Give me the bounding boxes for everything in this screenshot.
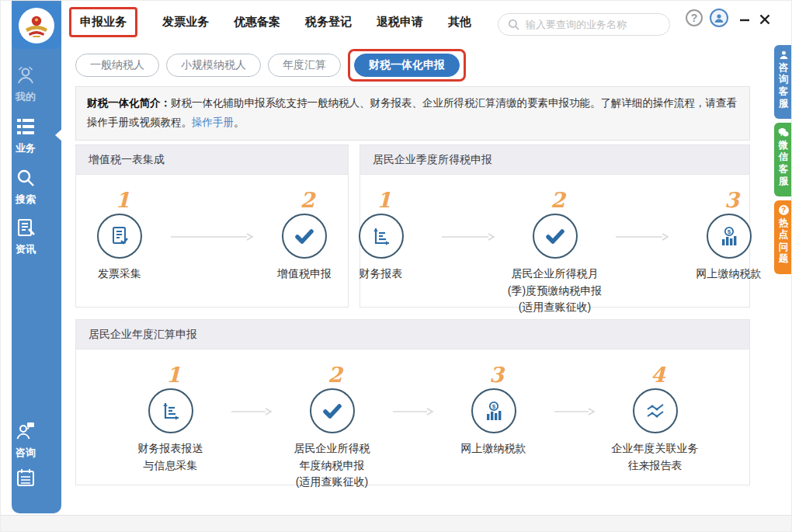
nav-item-registration[interactable]: 税务登记 bbox=[305, 15, 352, 30]
nav-item-invoice[interactable]: 发票业务 bbox=[162, 15, 209, 30]
pay-tax-icon[interactable]: $ bbox=[707, 214, 752, 259]
check-icon[interactable] bbox=[282, 214, 327, 259]
svg-text:$: $ bbox=[727, 228, 731, 235]
arrow-icon bbox=[169, 232, 255, 242]
sidebar-item-mine[interactable]: 我的 bbox=[1, 64, 50, 104]
sidebar-item-label: 资讯 bbox=[16, 242, 36, 256]
intro-suffix: 。 bbox=[234, 116, 245, 128]
sidebar-item-news[interactable]: 资讯 bbox=[1, 217, 50, 256]
step-pay-online[interactable]: 3 $ 网上缴纳税款 bbox=[435, 362, 553, 457]
subtab-annual-settlement[interactable]: 年度汇算 bbox=[268, 54, 341, 77]
search-icon bbox=[508, 19, 519, 30]
check-icon[interactable] bbox=[310, 388, 355, 433]
nav-item-other[interactable]: 其他 bbox=[448, 15, 471, 30]
nav-item-declare[interactable]: 申报业务 bbox=[69, 7, 137, 37]
account-icon[interactable] bbox=[710, 9, 728, 27]
business-search[interactable] bbox=[498, 13, 670, 36]
panel-steps: 1 财务报表报送 与信息采集 2 bbox=[76, 349, 749, 491]
step-label: 企业年度关联业务 往来报告表 bbox=[612, 440, 699, 474]
top-navigation: 申报业务 发票业务 优惠备案 税务登记 退税申请 其他 bbox=[69, 1, 471, 43]
side-tab-consult-service[interactable]: 咨询客服 bbox=[774, 45, 792, 119]
panel-title: 居民企业季度所得税申报 bbox=[360, 145, 749, 175]
step-label: 网上缴纳税款 bbox=[461, 440, 526, 457]
arrow-icon bbox=[440, 232, 496, 242]
step-number: 1 bbox=[166, 362, 181, 388]
step-number: 2 bbox=[328, 362, 342, 388]
search-input[interactable] bbox=[526, 19, 662, 30]
active-item-pointer bbox=[55, 128, 63, 142]
check-icon[interactable] bbox=[533, 214, 578, 259]
sidebar-item-business[interactable]: 业务 bbox=[1, 116, 50, 155]
step-pay-online[interactable]: 3 $ 网上缴纳税款 bbox=[670, 187, 788, 283]
tax-emblem-icon bbox=[19, 8, 54, 43]
app-logo bbox=[12, 2, 61, 49]
step-label: 居民企业所得税月 (季)度预缴纳税申报 (适用查账征收) bbox=[508, 266, 602, 316]
step-number: 4 bbox=[651, 362, 665, 388]
service-person-icon bbox=[779, 50, 789, 60]
report-icon[interactable] bbox=[359, 214, 404, 259]
step-number: 3 bbox=[724, 187, 739, 214]
help-glyph: ? bbox=[691, 12, 698, 24]
nav-item-preference[interactable]: 优惠备案 bbox=[234, 15, 280, 30]
panel-quarterly-income-tax: 居民企业季度所得税申报 1 财务报表 bbox=[360, 144, 750, 308]
side-tab-hot-questions[interactable]: ? 热点问题 bbox=[774, 200, 792, 274]
intro-body: 财税一体化辅助申报系统支持一般纳税人、财务报表、企业所得税汇算清缴的要素申报功能… bbox=[87, 97, 737, 128]
intro-box: 财税一体化简介：财税一体化辅助申报系统支持一般纳税人、财务报表、企业所得税汇算清… bbox=[75, 86, 750, 141]
help-icon[interactable]: ? bbox=[686, 9, 703, 26]
panel-steps: 1 发票采集 2 bbox=[76, 175, 348, 283]
sidebar-item-label: 业务 bbox=[16, 141, 36, 155]
step-label: 网上缴纳税款 bbox=[696, 266, 762, 283]
arrow-icon bbox=[553, 407, 596, 416]
highlight-box: 财税一体化申报 bbox=[348, 49, 466, 82]
pay-tax-icon[interactable]: $ bbox=[471, 388, 516, 433]
subtab-small-scale-taxpayer[interactable]: 小规模纳税人 bbox=[166, 54, 261, 77]
question-icon: ? bbox=[779, 205, 789, 215]
sidebar-item-search[interactable]: 搜索 bbox=[1, 167, 50, 207]
wechat-icon bbox=[778, 127, 789, 137]
search-icon bbox=[15, 167, 36, 189]
svg-text:$: $ bbox=[492, 403, 495, 410]
sidebar-item-calendar[interactable] bbox=[1, 467, 50, 489]
manual-link[interactable]: 操作手册 bbox=[192, 116, 234, 128]
panel-annual-settlement: 居民企业年度汇算申报 1 财务报表报送 与信息采集 bbox=[75, 319, 750, 485]
question-glyph: ? bbox=[781, 206, 786, 214]
report-icon[interactable] bbox=[148, 388, 193, 433]
step-number: 2 bbox=[551, 187, 565, 214]
panel-title: 增值税一表集成 bbox=[76, 145, 348, 175]
trend-icon[interactable] bbox=[633, 388, 678, 433]
minimize-button[interactable] bbox=[737, 12, 752, 27]
step-label: 财务报表报送 与信息采集 bbox=[138, 440, 203, 474]
user-icon bbox=[15, 64, 36, 86]
arrow-icon bbox=[614, 232, 670, 242]
side-tab-label: 咨询客服 bbox=[778, 62, 789, 110]
subtab-general-taxpayer[interactable]: 一般纳税人 bbox=[75, 54, 159, 77]
step-number: 1 bbox=[377, 187, 391, 214]
intro-heading: 财税一体化简介： bbox=[87, 97, 171, 109]
sidebar-item-label: 咨询 bbox=[16, 446, 36, 460]
panel-steps: 1 财务报表 2 bbox=[360, 175, 749, 316]
arrow-icon bbox=[230, 407, 273, 416]
step-prepay-declare[interactable]: 2 居民企业所得税月 (季)度预缴纳税申报 (适用查账征收) bbox=[496, 187, 614, 316]
consult-icon bbox=[15, 420, 36, 442]
sidebar-item-consult[interactable]: 咨询 bbox=[1, 420, 50, 460]
step-related-business-report[interactable]: 4 企业年度关联业务 往来报告表 bbox=[596, 362, 714, 474]
step-annual-declare[interactable]: 2 居民企业所得税 年度纳税申报 (适用查账征收) bbox=[273, 362, 391, 491]
nav-item-refund[interactable]: 退税申请 bbox=[377, 15, 423, 30]
step-invoice-collect[interactable]: 1 发票采集 bbox=[70, 187, 169, 283]
close-button[interactable] bbox=[757, 12, 773, 27]
side-tab-wechat-service[interactable]: 微信客服 bbox=[774, 123, 792, 196]
sidebar-item-label: 我的 bbox=[16, 90, 36, 104]
step-number: 1 bbox=[116, 187, 130, 214]
step-label: 财务报表 bbox=[360, 266, 403, 283]
step-report-submit[interactable]: 1 财务报表报送 与信息采集 bbox=[112, 362, 230, 474]
step-label: 居民企业所得税 年度纳税申报 (适用查账征收) bbox=[294, 440, 370, 491]
sidebar-item-label: 搜索 bbox=[16, 193, 36, 207]
invoice-collect-icon[interactable] bbox=[97, 214, 142, 259]
step-number: 2 bbox=[300, 187, 315, 214]
subtab-fiscal-tax-integration[interactable]: 财税一体化申报 bbox=[354, 54, 460, 77]
subtab-bar: 一般纳税人 小规模纳税人 年度汇算 财税一体化申报 bbox=[75, 49, 466, 82]
side-tab-label: 微信客服 bbox=[778, 140, 789, 187]
step-financial-report[interactable]: 1 财务报表 bbox=[322, 187, 440, 283]
news-icon bbox=[15, 217, 36, 238]
panel-vat-integration: 增值税一表集成 1 发票采集 2 bbox=[75, 144, 349, 308]
